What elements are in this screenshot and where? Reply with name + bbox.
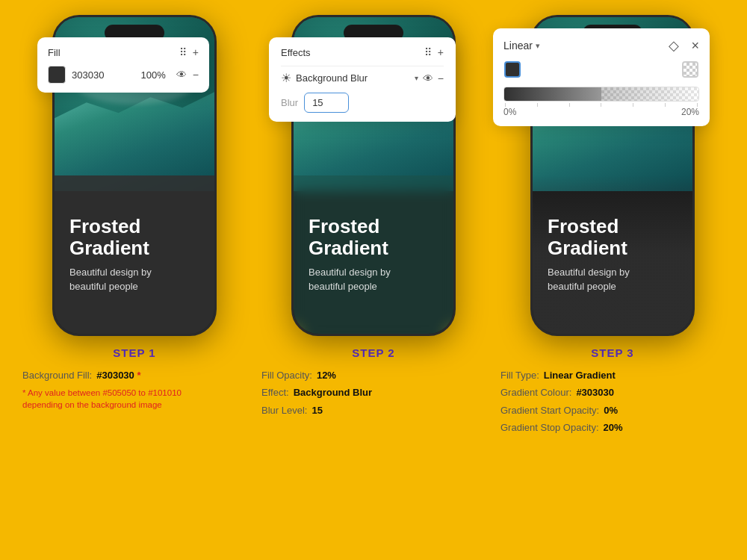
step3-details: Fill Type: Linear Gradient Gradient Colo… <box>500 367 725 437</box>
step1-key0: Background Fill: <box>22 367 92 384</box>
phone1-wrapper: Fill ⠿ + 303030 100% 👁 − <box>52 15 217 336</box>
step1-section: STEP 1 Background Fill: #303030 * * Any … <box>22 346 247 411</box>
effects-panel: Effects ⠿ + ☀ Background Blur ▾ 👁 − Blur <box>269 37 456 122</box>
fill-panel-title: Fill <box>48 47 61 58</box>
fill-minus-icon[interactable]: − <box>193 69 199 81</box>
pct-end-label: 20% <box>681 107 699 117</box>
phone2-title: FrostedGradient <box>309 216 388 258</box>
tick-4 <box>601 103 601 107</box>
step2-val0: 12% <box>317 367 336 384</box>
step2-val2: 15 <box>311 402 322 419</box>
step3-val2: 0% <box>604 402 618 419</box>
phone2-wrapper: Effects ⠿ + ☀ Background Blur ▾ 👁 − Blur <box>291 15 456 336</box>
step1-note: * Any value between #505050 to #101010de… <box>22 387 247 411</box>
step3-section: STEP 3 Fill Type: Linear Gradient Gradie… <box>500 346 725 437</box>
gradient-stop-start[interactable] <box>503 61 521 84</box>
gradient-title: Linear <box>503 40 533 52</box>
effects-row: ☀ Background Blur ▾ 👁 − <box>281 71 444 85</box>
phone3-text-area: FrostedGradient Beautiful design bybeaut… <box>533 175 692 334</box>
step1-val0: #303030 * <box>96 367 140 384</box>
fill-eye-icon[interactable]: 👁 <box>176 69 187 81</box>
effects-minus-icon[interactable]: − <box>438 72 444 84</box>
step3-col: Linear ▾ ◇ × <box>500 15 725 437</box>
step2-key1: Effect: <box>261 384 289 401</box>
fill-color-value: 303030 <box>72 69 104 81</box>
gradient-pct-row: 0% 20% <box>503 107 699 117</box>
phone1-text-area: FrostedGradient Beautiful design bybeaut… <box>55 175 214 334</box>
effects-plus-icon[interactable]: + <box>438 46 444 58</box>
pct-start-label: 0% <box>503 107 516 117</box>
effects-panel-title: Effects <box>281 47 311 58</box>
gradient-stops-row <box>503 61 699 84</box>
gradient-header: Linear ▾ ◇ × <box>503 37 699 54</box>
step3-val3: 20% <box>604 419 623 436</box>
fill-color-swatch[interactable] <box>48 66 66 84</box>
step3-key2: Gradient Start Opacity: <box>500 402 599 419</box>
gradient-stop-end[interactable] <box>681 61 699 84</box>
gradient-dropdown-arrow[interactable]: ▾ <box>536 41 540 51</box>
tick-3 <box>569 103 570 107</box>
sun-icon: ☀ <box>281 71 291 85</box>
step3-key1: Gradient Colour: <box>500 384 571 401</box>
phone1-subtitle: Beautiful design bybeautiful people <box>69 266 152 293</box>
effect-name: Background Blur <box>296 72 410 84</box>
step2-col: Effects ⠿ + ☀ Background Blur ▾ 👁 − Blur <box>261 15 486 419</box>
phone2-subtitle: Beautiful design bybeautiful people <box>309 266 391 293</box>
fill-row: 303030 100% 👁 − <box>48 66 199 84</box>
gradient-bar-checker <box>601 87 698 101</box>
fill-panel-icons: ⠿ + <box>179 46 199 58</box>
step1-label: STEP 1 <box>22 346 247 359</box>
blur-input[interactable] <box>304 93 349 113</box>
gradient-panel: Linear ▾ ◇ × <box>493 28 710 126</box>
effects-panel-icons: ⠿ + <box>424 46 444 58</box>
fill-opacity-value: 100% <box>141 69 166 81</box>
step2-key0: Fill Opacity: <box>261 367 312 384</box>
step2-label: STEP 2 <box>261 346 486 359</box>
fill-dots-icon[interactable]: ⠿ <box>179 46 187 58</box>
effects-dots-icon[interactable]: ⠿ <box>424 46 432 58</box>
step3-key0: Fill Type: <box>500 367 539 384</box>
tick-6 <box>665 103 666 107</box>
gradient-close-icon[interactable]: × <box>691 38 699 54</box>
tick-2 <box>537 103 538 107</box>
tick-5 <box>633 103 633 107</box>
step2-section: STEP 2 Fill Opacity: 12% Effect: Backgro… <box>261 346 486 419</box>
effects-eye-icon[interactable]: 👁 <box>423 72 433 84</box>
step3-key3: Gradient Stop Opacity: <box>500 419 599 436</box>
step1-col: Fill ⠿ + 303030 100% 👁 − <box>22 15 247 411</box>
blur-input-row: Blur <box>281 93 444 113</box>
stop-thumb-transparent <box>682 61 698 78</box>
step3-label: STEP 3 <box>500 346 725 359</box>
step3-val0: Linear Gradient <box>544 367 616 384</box>
stop-thumb-black <box>504 61 521 78</box>
step2-details: Fill Opacity: 12% Effect: Background Blu… <box>261 367 486 419</box>
fill-panel: Fill ⠿ + 303030 100% 👁 − <box>37 37 209 93</box>
step2-val1: Background Blur <box>294 384 372 401</box>
gradient-header-icons: ◇ × <box>669 37 699 54</box>
gradient-title-row: Linear ▾ <box>503 40 540 52</box>
blur-label: Blur <box>281 97 298 108</box>
phone3-title: FrostedGradient <box>548 216 627 258</box>
step3-val1: #303030 <box>576 384 614 401</box>
phone2-text-area: FrostedGradient Beautiful design bybeaut… <box>294 175 453 334</box>
step1-details: Background Fill: #303030 * * Any value b… <box>22 367 247 411</box>
main-container: Fill ⠿ + 303030 100% 👁 − <box>0 0 747 437</box>
fill-plus-icon[interactable]: + <box>193 46 199 58</box>
gradient-dropper-icon[interactable]: ◇ <box>669 37 679 54</box>
dropdown-arrow-icon[interactable]: ▾ <box>415 74 418 82</box>
phone1-title: FrostedGradient <box>69 216 149 258</box>
phone3-wrapper: Linear ▾ ◇ × <box>530 15 695 336</box>
effects-divider <box>281 66 444 66</box>
phone3-subtitle: Beautiful design bybeautiful people <box>548 266 630 293</box>
step2-key2: Blur Level: <box>261 402 307 419</box>
gradient-bar <box>503 87 699 102</box>
